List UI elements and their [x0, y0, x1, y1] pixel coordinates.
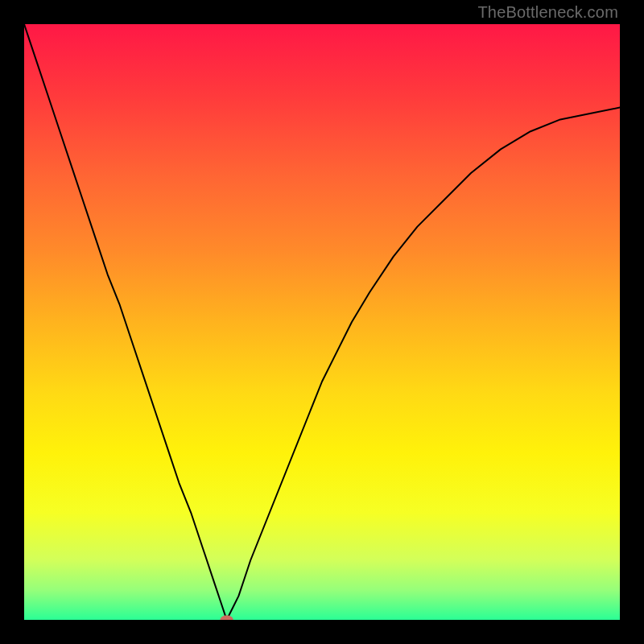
- figure-container: TheBottleneck.com: [0, 0, 644, 644]
- chart-svg: [24, 24, 620, 620]
- plot-area: [24, 24, 620, 620]
- minimum-marker: [220, 615, 233, 620]
- watermark-text: TheBottleneck.com: [477, 3, 618, 22]
- bottleneck-curve: [24, 24, 620, 620]
